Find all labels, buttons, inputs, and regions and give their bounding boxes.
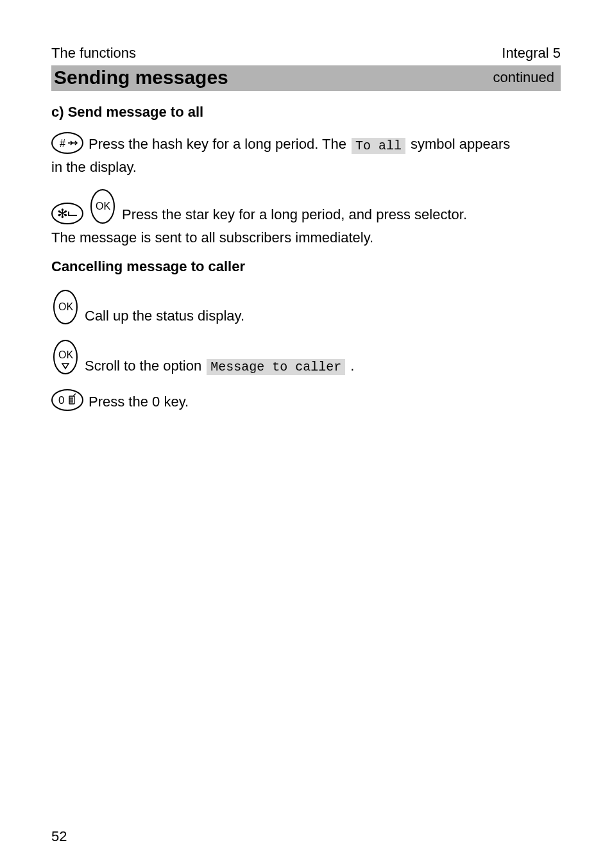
ok-down-selector-icon: OK: [51, 339, 80, 375]
star-text-2: The message is sent to all subscribers i…: [51, 228, 561, 247]
cancel-line-2: OK Scroll to the option Message to calle…: [51, 339, 561, 375]
svg-text:0: 0: [58, 394, 64, 406]
star-text: Press the star key for a long period, an…: [122, 205, 467, 224]
cancel-line-3: 0 Press the 0 key.: [51, 389, 561, 411]
cancel-text-3: Press the 0 key.: [89, 392, 189, 412]
section-c-heading: c) Send message to all: [51, 104, 561, 121]
continued-label: continued: [493, 69, 554, 86]
cancel-text-1: Call up the status display.: [85, 306, 244, 326]
cancel-line-1: OK Call up the status display.: [51, 289, 561, 325]
hash-key-icon: #: [51, 132, 83, 154]
star-key-icon: ✻: [51, 203, 83, 224]
message-to-caller-option: Message to caller: [207, 359, 345, 375]
hash-key-line: # Press the hash key for a long period. …: [51, 132, 561, 154]
header-right: Integral 5: [502, 45, 561, 62]
hash-text-wrap: in the display.: [51, 158, 561, 177]
cancel-text-2-after: .: [350, 356, 354, 376]
title-bar: Sending messages continued: [51, 65, 561, 91]
hash-text-after: symbol appears: [411, 135, 510, 154]
to-all-symbol: To all: [352, 138, 405, 154]
ok-selector-icon: OK: [89, 188, 117, 224]
header-left: The functions: [51, 45, 136, 62]
svg-text:OK: OK: [58, 301, 73, 312]
ok-selector-icon: OK: [51, 289, 80, 325]
star-ok-line: ✻ OK Press the star key for a long perio…: [51, 188, 561, 224]
cancel-text-2-before: Scroll to the option: [85, 356, 201, 376]
svg-text:#: #: [60, 138, 65, 149]
svg-text:OK: OK: [96, 201, 110, 212]
zero-key-icon: 0: [51, 389, 83, 411]
svg-point-10: [52, 390, 83, 410]
svg-text:OK: OK: [58, 349, 73, 360]
page-number: 52: [51, 828, 67, 845]
cancel-heading: Cancelling message to caller: [51, 258, 561, 275]
hash-text-before: Press the hash key for a long period. Th…: [89, 135, 346, 154]
svg-point-0: [52, 133, 83, 153]
svg-text:✻: ✻: [57, 206, 68, 221]
page-header: The functions Integral 5: [51, 45, 561, 62]
page-title: Sending messages: [54, 67, 228, 88]
